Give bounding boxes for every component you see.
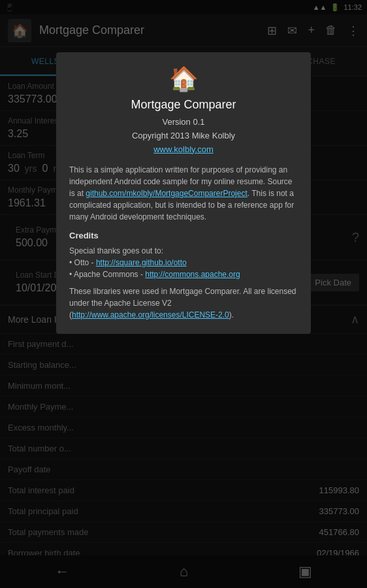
- apache-license-text: These libraries were used in Mortgage Co…: [69, 286, 298, 321]
- otto-credit: • Otto - http://square.github.io/otto: [69, 257, 298, 269]
- dialog-overlay[interactable]: 🏠 Mortgage Comparer Version 0.1 Copyrigh…: [0, 0, 367, 588]
- otto-label: Otto -: [74, 258, 96, 267]
- credits-thanks: Special thanks goes out to:: [69, 245, 298, 257]
- dialog-app-icon: 🏠: [69, 65, 298, 93]
- credits-title: Credits: [69, 229, 298, 242]
- apache-label: Apache Commons -: [74, 270, 145, 279]
- otto-link[interactable]: http://square.github.io/otto: [96, 258, 187, 267]
- dialog-header: 🏠 Mortgage Comparer Version 0.1 Copyrigh…: [56, 52, 311, 164]
- apache-license-end: ).: [229, 310, 234, 319]
- dialog-body: This is a simple application written for…: [56, 164, 311, 334]
- apache-license-link[interactable]: http://www.apache.org/licenses/LICENSE-2…: [72, 310, 229, 319]
- copyright-text: Copyright 2013 Mike Kolbly: [132, 131, 235, 140]
- version-text: Version 0.1: [162, 117, 204, 127]
- about-dialog: 🏠 Mortgage Comparer Version 0.1 Copyrigh…: [56, 52, 311, 334]
- dialog-title: Mortgage Comparer: [69, 98, 298, 112]
- github-link[interactable]: github.com/mkolbly/MortgageComparerProje…: [86, 189, 247, 198]
- website-link[interactable]: www.kolbly.com: [153, 144, 214, 154]
- apache-link[interactable]: http://commons.apache.org: [145, 270, 240, 279]
- apache-credit: • Apache Commons - http://commons.apache…: [69, 269, 298, 280]
- dialog-version: Version 0.1 Copyright 2013 Mike Kolbly w…: [69, 116, 298, 156]
